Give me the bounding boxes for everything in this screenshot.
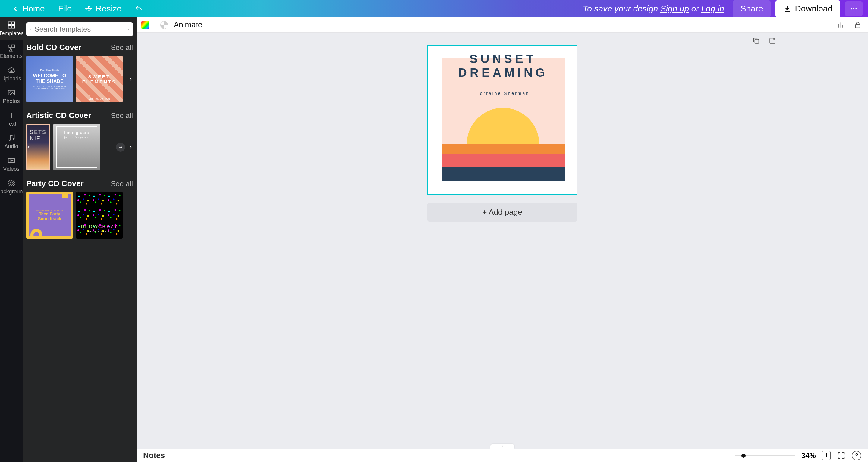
bar-chart-icon — [838, 21, 845, 29]
chevron-up-icon — [500, 445, 504, 448]
chevron-left-icon — [26, 145, 31, 150]
bold-next-arrow[interactable] — [126, 73, 135, 85]
duplicate-page-button[interactable] — [752, 37, 761, 46]
search-bar[interactable] — [26, 22, 133, 36]
rail-background-label: Background — [0, 189, 26, 195]
main-layout: Templates Elements Uploads Photos Text A… — [0, 18, 868, 462]
t2-line2: ELEMENTS — [82, 79, 117, 84]
rail-elements[interactable]: Elements — [0, 40, 23, 63]
design-artist[interactable]: Lorraine Sherman — [441, 91, 564, 96]
undo-icon — [135, 5, 143, 13]
download-icon — [783, 5, 791, 13]
sun-shape[interactable] — [467, 108, 539, 144]
artistic-next-circle[interactable] — [116, 143, 125, 152]
t2-line1: SWEET — [88, 74, 110, 79]
rail-background[interactable]: Background — [0, 175, 23, 198]
filter-icon[interactable] — [128, 25, 129, 33]
notes-button[interactable]: Notes — [143, 451, 165, 460]
uploads-icon — [7, 66, 16, 74]
share-label: Share — [741, 4, 763, 13]
design-canvas[interactable]: SUNSET DREAMING Lorraine Sherman — [427, 45, 577, 195]
rail-videos[interactable]: Videos — [0, 153, 23, 175]
arrow-right-icon — [119, 145, 123, 150]
t5-main: Teen Party Soundtrack — [29, 211, 70, 221]
template-teen-party[interactable]: APRICOT BASS CO. PRESENTS Teen Party Sou… — [26, 192, 73, 238]
search-input[interactable] — [32, 25, 128, 33]
zoom-thumb[interactable] — [741, 454, 746, 458]
template-finding-cara[interactable]: finding cara julian ferguson — [53, 124, 100, 170]
bold-row: Pool Shed Studio WELCOME TO THE SHADE TH… — [26, 56, 133, 102]
design-artwork[interactable]: SUNSET DREAMING Lorraine Sherman — [441, 59, 564, 181]
more-button[interactable] — [845, 1, 863, 16]
rail-text[interactable]: Text — [0, 108, 23, 130]
rail-uploads[interactable]: Uploads — [0, 63, 23, 85]
svg-rect-6 — [12, 25, 14, 28]
see-all-bold[interactable]: See all — [111, 43, 133, 52]
artistic-next-arrow[interactable] — [126, 141, 135, 153]
chevron-left-icon — [11, 5, 19, 13]
template-glow-crazy[interactable]: GLOWCRAZY neon sisters — [76, 192, 123, 238]
section-party-head: Party CD Cover See all — [26, 179, 133, 188]
animate-button[interactable]: Animate — [174, 20, 202, 30]
rail-photos[interactable]: Photos — [0, 85, 23, 108]
new-page-icon — [769, 37, 776, 44]
canvas-viewport[interactable]: SUNSET DREAMING Lorraine Sherman + Add p… — [136, 33, 868, 449]
fullscreen-icon[interactable] — [837, 451, 846, 460]
undo-button[interactable] — [129, 2, 149, 16]
artistic-row: SETS NIE finding cara julian ferguson — [26, 124, 133, 170]
download-button[interactable]: Download — [775, 0, 840, 17]
signup-link[interactable]: Sign up — [660, 4, 689, 13]
svg-rect-5 — [8, 25, 11, 28]
design-title[interactable]: SUNSET DREAMING — [441, 52, 564, 79]
add-page-button[interactable]: + Add page — [427, 203, 577, 222]
see-all-artistic[interactable]: See all — [111, 111, 133, 120]
expand-timeline-handle[interactable] — [490, 444, 515, 449]
title-line1: SUNSET — [441, 52, 564, 66]
see-all-party[interactable]: See all — [111, 179, 133, 188]
t1-studio: Pool Shed Studio — [40, 69, 59, 71]
template-welcome-shade[interactable]: Pool Shed Studio WELCOME TO THE SHADE TH… — [26, 56, 73, 102]
svg-rect-4 — [12, 22, 14, 25]
rail-templates[interactable]: Templates — [0, 18, 23, 40]
download-label: Download — [795, 4, 832, 13]
rail-elements-label: Elements — [0, 53, 23, 59]
zoom-slider[interactable] — [735, 455, 795, 456]
resize-button[interactable]: Resize — [79, 1, 128, 16]
stripe-red[interactable] — [441, 154, 564, 167]
page-indicator[interactable]: 1 — [822, 451, 831, 460]
videos-icon — [7, 156, 16, 165]
t4-sub: julian ferguson — [64, 136, 89, 138]
stripe-navy[interactable] — [441, 167, 564, 181]
svg-rect-24 — [855, 24, 860, 28]
svg-rect-3 — [8, 22, 11, 25]
login-link[interactable]: Log in — [701, 4, 724, 13]
help-button[interactable]: ? — [852, 451, 861, 461]
svg-point-11 — [9, 139, 10, 141]
t1-sub: THE 2019 COLLECTION OF SOUL MUSIC ACROSS… — [29, 86, 70, 90]
svg-point-1 — [853, 8, 855, 9]
file-button[interactable]: File — [52, 1, 78, 16]
svg-marker-14 — [10, 160, 13, 162]
new-page-button[interactable] — [769, 37, 778, 46]
svg-rect-9 — [8, 90, 14, 95]
lock-button[interactable] — [852, 20, 863, 30]
zoom-percent[interactable]: 34% — [801, 452, 816, 460]
artistic-prev-arrow[interactable] — [24, 141, 33, 153]
rail-audio[interactable]: Audio — [0, 130, 23, 153]
transparency-button[interactable] — [160, 21, 168, 29]
home-button[interactable]: Home — [5, 1, 51, 16]
rail-videos-label: Videos — [3, 166, 20, 172]
file-label: File — [58, 4, 72, 13]
section-party-title: Party CD Cover — [26, 179, 84, 188]
chart-button[interactable] — [836, 20, 847, 30]
share-button[interactable]: Share — [733, 0, 771, 17]
stripe-orange[interactable] — [441, 144, 564, 154]
divider — [155, 21, 155, 29]
color-picker-button[interactable] — [141, 21, 149, 29]
templates-panel: Bold CD Cover See all Pool Shed Studio W… — [23, 18, 136, 462]
template-sweet-elements[interactable]: SWEET ELEMENTS CHERYL SUTTON — [76, 56, 123, 102]
t5-inner: APRICOT BASS CO. PRESENTS Teen Party Sou… — [29, 194, 70, 236]
save-prompt: To save your design Sign up or Log in — [583, 4, 724, 13]
duplicate-icon — [752, 37, 760, 44]
templates-icon — [7, 21, 16, 29]
